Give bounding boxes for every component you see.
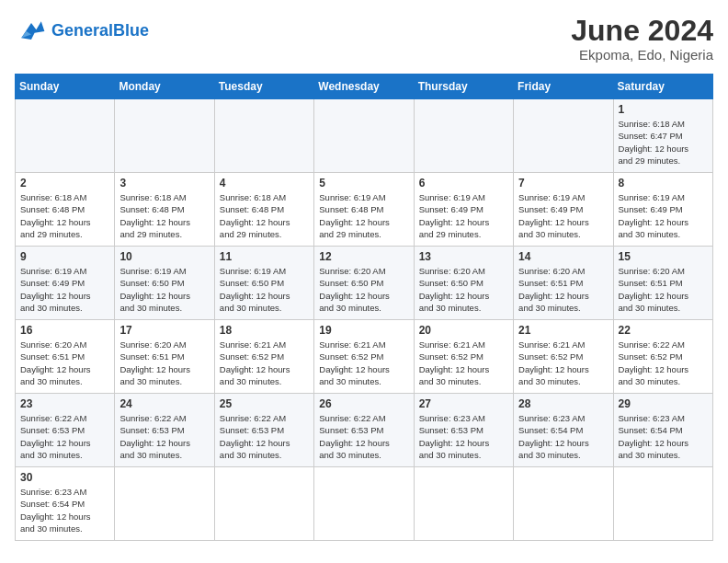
day-info: Sunrise: 6:19 AM Sunset: 6:48 PM Dayligh… (319, 191, 408, 240)
day-info: Sunrise: 6:19 AM Sunset: 6:49 PM Dayligh… (419, 191, 508, 240)
week-row-4: 16Sunrise: 6:20 AM Sunset: 6:51 PM Dayli… (16, 320, 713, 394)
day-number: 23 (20, 397, 109, 410)
day-cell: 25Sunrise: 6:22 AM Sunset: 6:53 PM Dayli… (214, 394, 313, 467)
day-number: 28 (518, 397, 608, 410)
day-cell: 3Sunrise: 6:18 AM Sunset: 6:48 PM Daylig… (115, 173, 214, 247)
day-info: Sunrise: 6:19 AM Sunset: 6:49 PM Dayligh… (20, 265, 109, 314)
day-cell: 4Sunrise: 6:18 AM Sunset: 6:48 PM Daylig… (214, 173, 313, 247)
day-info: Sunrise: 6:20 AM Sunset: 6:50 PM Dayligh… (319, 265, 408, 314)
logo-text: GeneralBlue (51, 22, 149, 40)
day-cell: 5Sunrise: 6:19 AM Sunset: 6:48 PM Daylig… (314, 173, 414, 247)
day-info: Sunrise: 6:19 AM Sunset: 6:49 PM Dayligh… (619, 191, 708, 240)
day-number: 11 (220, 250, 309, 263)
day-cell: 21Sunrise: 6:21 AM Sunset: 6:52 PM Dayli… (514, 320, 613, 394)
day-cell: 30Sunrise: 6:23 AM Sunset: 6:54 PM Dayli… (16, 467, 115, 541)
day-cell (514, 99, 613, 173)
calendar-subtitle: Ekpoma, Edo, Nigeria (571, 47, 713, 63)
calendar-body: 1Sunrise: 6:18 AM Sunset: 6:47 PM Daylig… (16, 99, 713, 541)
day-cell (414, 99, 513, 173)
day-number: 6 (419, 177, 508, 190)
calendar-header: SundayMondayTuesdayWednesdayThursdayFrid… (16, 75, 713, 99)
weekday-header-tuesday: Tuesday (214, 75, 313, 99)
day-cell: 9Sunrise: 6:19 AM Sunset: 6:49 PM Daylig… (16, 247, 115, 320)
week-row-5: 23Sunrise: 6:22 AM Sunset: 6:53 PM Dayli… (16, 394, 713, 467)
day-info: Sunrise: 6:18 AM Sunset: 6:48 PM Dayligh… (220, 191, 309, 240)
day-number: 19 (319, 324, 408, 337)
logo: GeneralBlue (15, 15, 149, 48)
day-number: 8 (619, 177, 708, 190)
day-info: Sunrise: 6:20 AM Sunset: 6:51 PM Dayligh… (119, 339, 209, 387)
weekday-header-sunday: Sunday (16, 75, 115, 99)
week-row-3: 9Sunrise: 6:19 AM Sunset: 6:49 PM Daylig… (16, 247, 713, 320)
day-number: 24 (119, 397, 209, 410)
day-number: 22 (619, 324, 708, 337)
day-cell (314, 467, 414, 541)
calendar-table: SundayMondayTuesdayWednesdayThursdayFrid… (15, 74, 713, 541)
day-number: 1 (619, 103, 708, 116)
day-number: 3 (119, 177, 209, 190)
day-number: 7 (518, 177, 608, 190)
day-cell: 13Sunrise: 6:20 AM Sunset: 6:50 PM Dayli… (414, 247, 513, 320)
day-number: 15 (619, 250, 708, 263)
day-info: Sunrise: 6:23 AM Sunset: 6:54 PM Dayligh… (619, 412, 708, 461)
day-cell (16, 99, 115, 173)
day-info: Sunrise: 6:22 AM Sunset: 6:53 PM Dayligh… (119, 412, 209, 461)
day-number: 18 (220, 324, 309, 337)
day-cell: 24Sunrise: 6:22 AM Sunset: 6:53 PM Dayli… (115, 394, 214, 467)
day-info: Sunrise: 6:23 AM Sunset: 6:54 PM Dayligh… (518, 412, 608, 461)
day-cell (514, 467, 613, 541)
day-info: Sunrise: 6:19 AM Sunset: 6:50 PM Dayligh… (220, 265, 309, 314)
weekday-header-monday: Monday (115, 75, 214, 99)
day-info: Sunrise: 6:23 AM Sunset: 6:54 PM Dayligh… (20, 486, 109, 534)
day-number: 26 (319, 397, 408, 410)
day-number: 30 (20, 471, 109, 484)
title-area: June 2024 Ekpoma, Edo, Nigeria (571, 15, 713, 63)
day-cell (613, 467, 712, 541)
day-number: 5 (319, 177, 408, 190)
day-cell: 11Sunrise: 6:19 AM Sunset: 6:50 PM Dayli… (214, 247, 313, 320)
day-number: 17 (119, 324, 209, 337)
day-cell: 17Sunrise: 6:20 AM Sunset: 6:51 PM Dayli… (115, 320, 214, 394)
day-number: 9 (20, 250, 109, 263)
day-info: Sunrise: 6:19 AM Sunset: 6:49 PM Dayligh… (518, 191, 608, 240)
day-info: Sunrise: 6:21 AM Sunset: 6:52 PM Dayligh… (518, 339, 608, 387)
day-cell: 14Sunrise: 6:20 AM Sunset: 6:51 PM Dayli… (514, 247, 613, 320)
day-cell: 22Sunrise: 6:22 AM Sunset: 6:52 PM Dayli… (613, 320, 712, 394)
day-info: Sunrise: 6:20 AM Sunset: 6:51 PM Dayligh… (20, 339, 109, 387)
day-info: Sunrise: 6:22 AM Sunset: 6:53 PM Dayligh… (20, 412, 109, 461)
day-number: 12 (319, 250, 408, 263)
day-cell: 6Sunrise: 6:19 AM Sunset: 6:49 PM Daylig… (414, 173, 513, 247)
day-cell: 15Sunrise: 6:20 AM Sunset: 6:51 PM Dayli… (613, 247, 712, 320)
day-cell (214, 467, 313, 541)
day-cell: 28Sunrise: 6:23 AM Sunset: 6:54 PM Dayli… (514, 394, 613, 467)
day-cell (414, 467, 513, 541)
day-number: 21 (518, 324, 608, 337)
weekday-row: SundayMondayTuesdayWednesdayThursdayFrid… (16, 75, 713, 99)
day-cell: 23Sunrise: 6:22 AM Sunset: 6:53 PM Dayli… (16, 394, 115, 467)
day-cell: 18Sunrise: 6:21 AM Sunset: 6:52 PM Dayli… (214, 320, 313, 394)
day-cell: 8Sunrise: 6:19 AM Sunset: 6:49 PM Daylig… (613, 173, 712, 247)
day-cell: 1Sunrise: 6:18 AM Sunset: 6:47 PM Daylig… (613, 99, 712, 173)
day-cell (314, 99, 414, 173)
day-cell: 26Sunrise: 6:22 AM Sunset: 6:53 PM Dayli… (314, 394, 414, 467)
day-number: 27 (419, 397, 508, 410)
day-info: Sunrise: 6:22 AM Sunset: 6:53 PM Dayligh… (319, 412, 408, 461)
day-info: Sunrise: 6:18 AM Sunset: 6:48 PM Dayligh… (20, 191, 109, 240)
day-cell: 16Sunrise: 6:20 AM Sunset: 6:51 PM Dayli… (16, 320, 115, 394)
day-number: 4 (220, 177, 309, 190)
day-info: Sunrise: 6:20 AM Sunset: 6:50 PM Dayligh… (419, 265, 508, 314)
day-cell (115, 99, 214, 173)
day-number: 29 (619, 397, 708, 410)
day-cell (214, 99, 313, 173)
day-info: Sunrise: 6:22 AM Sunset: 6:52 PM Dayligh… (619, 339, 708, 387)
day-info: Sunrise: 6:21 AM Sunset: 6:52 PM Dayligh… (220, 339, 309, 387)
weekday-header-friday: Friday (514, 75, 613, 99)
weekday-header-thursday: Thursday (414, 75, 513, 99)
calendar-title: June 2024 (571, 15, 713, 47)
day-number: 2 (20, 177, 109, 190)
day-info: Sunrise: 6:23 AM Sunset: 6:53 PM Dayligh… (419, 412, 508, 461)
day-number: 13 (419, 250, 508, 263)
day-cell: 2Sunrise: 6:18 AM Sunset: 6:48 PM Daylig… (16, 173, 115, 247)
week-row-6: 30Sunrise: 6:23 AM Sunset: 6:54 PM Dayli… (16, 467, 713, 541)
day-cell: 27Sunrise: 6:23 AM Sunset: 6:53 PM Dayli… (414, 394, 513, 467)
